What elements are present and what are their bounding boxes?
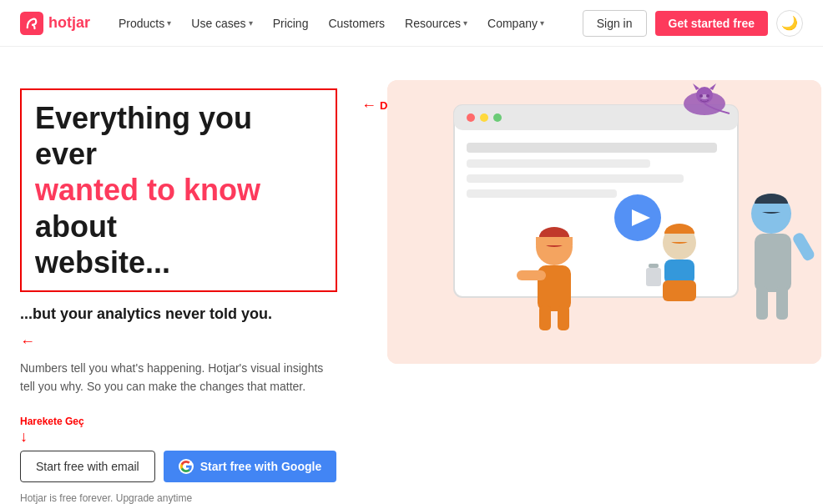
hero-section: Everything you ever wanted to know about…	[0, 47, 823, 504]
svg-rect-10	[467, 189, 617, 198]
hotjar-logo-icon	[20, 12, 43, 35]
svg-point-16	[699, 94, 703, 98]
nav-products[interactable]: Products ▾	[110, 12, 179, 35]
hero-cta: Start free with email Start free with Go…	[20, 451, 387, 482]
svg-rect-27	[755, 204, 788, 212]
nav-pricing[interactable]: Pricing	[265, 12, 317, 35]
chevron-down-icon: ▾	[540, 18, 544, 28]
harekete-annotation: Harekete Geç ↓	[20, 413, 387, 446]
arrow-left-icon: ←	[20, 333, 35, 350]
nav-resources[interactable]: Resources ▾	[396, 12, 476, 35]
nav-links: Products ▾ Use cases ▾ Pricing Customers…	[110, 12, 553, 35]
svg-rect-2	[454, 105, 738, 297]
hero-subtitle: ...but your analytics never told you.	[20, 305, 387, 323]
start-google-button[interactable]: Start free with Google	[164, 451, 336, 482]
hero-free-note: Hotjar is free forever. Upgrade anytime	[20, 492, 387, 504]
nav-customers[interactable]: Customers	[320, 12, 393, 35]
svg-rect-36	[663, 280, 696, 301]
nav-right: Sign in Get started free 🌙	[583, 10, 803, 37]
dark-mode-toggle[interactable]: 🌙	[776, 10, 803, 37]
svg-rect-29	[756, 286, 768, 320]
hero-left: Everything you ever wanted to know about…	[20, 80, 387, 504]
navbar: hotjar Products ▾ Use cases ▾ Pricing Cu…	[0, 0, 823, 47]
nav-company[interactable]: Company ▾	[479, 12, 553, 35]
chevron-down-icon: ▾	[249, 18, 253, 28]
nav-use-cases[interactable]: Use cases ▾	[183, 12, 260, 35]
svg-rect-28	[755, 234, 791, 292]
hero-title: Everything you ever wanted to know about…	[35, 100, 322, 280]
start-email-button[interactable]: Start free with email	[20, 451, 155, 482]
harekete-label: Harekete Geç	[20, 416, 84, 427]
hero-illustration	[387, 80, 821, 364]
arrow-left-icon: ←	[361, 97, 376, 114]
logo-text: hotjar	[48, 14, 90, 32]
svg-rect-23	[558, 305, 569, 330]
svg-point-17	[706, 94, 709, 98]
svg-rect-24	[517, 270, 546, 280]
nav-left: hotjar Products ▾ Use cases ▾ Pricing Cu…	[20, 12, 553, 35]
svg-point-6	[493, 113, 502, 122]
svg-rect-0	[20, 12, 43, 35]
svg-rect-30	[776, 286, 788, 320]
svg-point-5	[480, 113, 488, 122]
chevron-down-icon: ▾	[167, 18, 171, 28]
svg-rect-22	[539, 305, 551, 330]
signin-button[interactable]: Sign in	[583, 10, 647, 37]
hero-title-box: Everything you ever wanted to know about…	[20, 88, 337, 292]
hero-description: Numbers tell you what's happening. Hotja…	[20, 359, 337, 396]
moon-icon: 🌙	[781, 15, 798, 31]
arzu-arrow-row: ←	[20, 333, 387, 350]
logo[interactable]: hotjar	[20, 12, 90, 35]
arrow-down-icon: ↓	[20, 428, 28, 445]
svg-rect-38	[649, 264, 659, 268]
svg-rect-7	[467, 143, 717, 153]
chevron-down-icon: ▾	[463, 18, 467, 28]
start-google-label: Start free with Google	[200, 460, 321, 473]
svg-rect-20	[536, 237, 573, 245]
google-icon	[179, 459, 194, 474]
svg-rect-9	[467, 174, 684, 183]
get-started-button[interactable]: Get started free	[655, 11, 768, 36]
svg-rect-34	[664, 234, 694, 242]
svg-rect-8	[467, 159, 650, 168]
hero-svg	[387, 80, 821, 364]
hero-subtitle-wrapper: ...but your analytics never told you. Ar…	[20, 305, 387, 350]
svg-point-4	[467, 113, 475, 122]
svg-rect-37	[646, 268, 661, 286]
